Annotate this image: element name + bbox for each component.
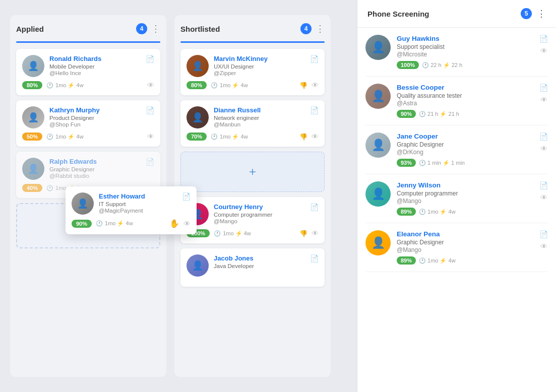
name-kathryn: Kathryn Murphy [49,106,141,114]
view-icon-esther[interactable]: 👁 [183,220,191,228]
panel-view-eleanor[interactable]: 👁 [540,242,547,250]
column-menu-applied[interactable]: ⋮ [151,23,160,34]
phone-screening-panel: Phone Screening 5 ⋮ 👤 Guy Hawkins Suppor… [357,0,556,392]
name-dianne: Dianne Russell [214,106,305,114]
score-ralph: 40% [22,184,42,192]
company-ronald: @Hello Ince [49,70,141,76]
panel-card-bessie: 👤 Bessie Cooper Quality assurance tester… [365,77,548,125]
panel-view-guy[interactable]: 👁 [540,47,547,55]
panel-doc-eleanor[interactable]: 📄 [539,230,548,238]
name-ronald: Ronald Richards [49,55,141,62]
panel-avatar-jenny: 👤 [365,181,391,207]
card-ronald: 👤 Ronald Richards Mobile Developer @Hell… [16,49,160,95]
column-badge-applied: 4 [136,23,147,34]
panel-doc-jenny[interactable]: 📄 [539,181,548,189]
panel-time-eleanor: 🕐 1mo ⚡ 4w [419,257,456,264]
panel-score-eleanor: 89% [397,256,416,265]
column-shortlisted: Shortlisted 4 ⋮ 👤 Marvin McKinney UX/UI … [174,15,331,377]
panel-menu-icon[interactable]: ⋮ [537,8,546,19]
name-esther: Esther Howard [99,192,177,200]
doc-icon-marvin[interactable]: 📄 [310,55,319,63]
dislike-dianne[interactable]: 👎 [299,133,307,141]
doc-icon-ronald[interactable]: 📄 [146,55,154,63]
panel-avatar-eleanor: 👤 [365,230,391,255]
panel-time-jane: 🕐 1 min ⚡ 1 min [419,160,465,166]
view-icon-ronald[interactable]: 👁 [147,81,154,89]
doc-icon-esther[interactable]: 📄 [182,192,191,201]
column-underline-applied [16,41,160,43]
panel-role-eleanor: Graphic Designer [397,239,533,246]
role-ralph: Graphic Designer [49,166,141,172]
drag-icon-esther[interactable]: ✋ [169,219,179,228]
avatar-jacob: 👤 [187,254,209,277]
role-jacob: Java Developer [214,263,305,269]
panel-avatar-bessie: 👤 [365,84,391,109]
add-icon-shortlisted[interactable]: + [249,165,256,179]
card-jacob: 👤 Jacob Jones Java Developer 📄 [180,248,325,287]
name-courtney: Courtney Henry [214,203,305,211]
avatar-esther: 👤 [72,192,94,215]
view-icon-courtney[interactable]: 👁 [312,229,319,237]
doc-icon-ralph[interactable]: 📄 [146,158,154,166]
panel-avatar-jane: 👤 [365,133,391,158]
column-menu-shortlisted[interactable]: ⋮ [316,23,325,34]
column-header-shortlisted: Shortlisted 4 ⋮ [180,23,325,34]
doc-icon-jacob[interactable]: 📄 [310,254,319,263]
dislike-marvin[interactable]: 👎 [299,82,307,89]
meta-courtney: 🕐 1mo ⚡ 4w [214,230,295,237]
view-icon-marvin[interactable]: 👁 [312,81,319,89]
column-badge-shortlisted: 4 [300,23,312,34]
panel-time-guy: 🕐 22 h ⚡ 22 h [422,62,462,69]
panel-doc-bessie[interactable]: 📄 [539,84,548,92]
company-kathryn: @Shop Fun [49,121,141,127]
add-card-shortlisted[interactable]: + [180,152,325,192]
panel-name-eleanor: Eleanor Pena [397,230,533,238]
panel-view-jane[interactable]: 👁 [540,145,547,153]
panel-score-jane: 93% [397,159,416,167]
view-icon-kathryn[interactable]: 👁 [147,133,154,141]
panel-doc-jane[interactable]: 📄 [539,133,548,141]
panel-company-bessie: @Astra [397,100,533,107]
meta-marvin: 🕐 1mo ⚡ 4w [211,82,295,89]
view-icon-dianne[interactable]: 👁 [312,133,319,141]
score-esther: 90% [72,220,92,228]
doc-icon-dianne[interactable]: 📄 [310,106,319,114]
panel-card-eleanor: 👤 Eleanor Pena Graphic Designer @Mango 8… [365,223,548,272]
name-ralph: Ralph Edwards [49,158,141,165]
card-courtney: 👤 Courtney Henry Computer programmer @Ma… [180,197,325,243]
company-dianne: @Manbun [214,121,305,127]
company-courtney: @Mango [214,218,305,224]
panel-role-jane: Graphic Designer [397,141,533,148]
panel-view-bessie[interactable]: 👁 [540,96,547,104]
name-jacob: Jacob Jones [214,254,305,262]
panel-view-jenny[interactable]: 👁 [540,193,547,202]
doc-icon-kathryn[interactable]: 📄 [146,106,154,114]
panel-role-guy: Support specialist [397,43,533,50]
kanban-area: Applied 4 ⋮ 👤 Ronald Richards Mobile Dev… [0,0,357,392]
panel-time-jenny: 🕐 1mo ⚡ 4w [419,209,456,215]
column-header-applied: Applied 4 ⋮ [16,23,160,34]
panel-doc-guy[interactable]: 📄 [539,35,548,43]
meta-kathryn: 🕐 1mo ⚡ 4w [46,134,143,140]
avatar-ralph: 👤 [22,158,44,180]
column-title-applied: Applied [16,25,132,33]
role-courtney: Computer programmer [214,212,305,218]
card-marvin: 👤 Marvin McKinney UX/UI Designer @Zipper… [180,49,325,95]
avatar-marvin: 👤 [187,55,209,77]
panel-time-bessie: 🕐 21 h ⚡ 21 h [419,111,459,117]
role-dianne: Network engineer [214,115,305,121]
panel-badge: 5 [521,8,532,19]
panel-title: Phone Screening [367,10,516,18]
column-underline-shortlisted [180,41,325,43]
score-kathryn: 50% [22,133,42,141]
doc-icon-courtney[interactable]: 📄 [310,203,319,211]
avatar-kathryn: 👤 [22,106,44,128]
card-kathryn: 👤 Kathryn Murphy Product Designer @Shop … [16,100,160,147]
panel-company-eleanor: @Mango [397,246,533,253]
score-marvin: 80% [187,81,207,89]
dislike-courtney[interactable]: 👎 [299,230,307,237]
role-esther: IT Support [99,201,177,207]
panel-name-bessie: Bessie Cooper [397,84,533,91]
panel-card-guy: 👤 Guy Hawkins Support specialist @Micros… [365,28,548,77]
panel-candidate-list: 👤 Guy Hawkins Support specialist @Micros… [357,28,556,392]
